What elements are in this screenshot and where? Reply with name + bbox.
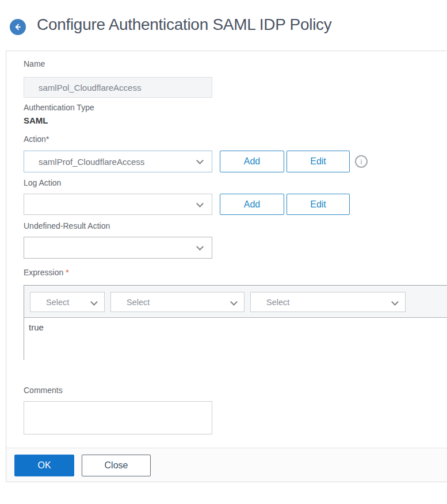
chevron-down-icon — [391, 298, 399, 306]
name-input[interactable] — [24, 77, 212, 98]
action-label: Action* — [24, 134, 49, 144]
authentication-type-label: Authentication Type — [24, 103, 94, 112]
expression-label: Expression* — [24, 268, 69, 277]
back-button[interactable] — [10, 19, 26, 35]
expression-input[interactable]: true — [24, 318, 447, 360]
required-asterisk: * — [66, 268, 68, 277]
page-title: Configure Authentication SAML IDP Policy — [37, 16, 332, 34]
log-action-edit-button[interactable]: Edit — [286, 194, 350, 215]
close-button[interactable]: Close — [82, 455, 151, 476]
name-label: Name — [24, 59, 45, 68]
form-panel: Name Authentication Type SAML Action* sa… — [6, 51, 447, 482]
action-select-value: samlProf_CloudflareAccess — [39, 157, 144, 167]
expression-editor: Select Select Select true — [24, 285, 447, 360]
chevron-down-icon — [196, 243, 204, 251]
comments-label: Comments — [24, 386, 63, 395]
expression-select-3[interactable]: Select — [250, 292, 406, 312]
chevron-down-icon — [196, 157, 204, 164]
chevron-down-icon — [196, 200, 204, 207]
expression-toolbar: Select Select Select — [24, 286, 447, 318]
log-action-select[interactable] — [24, 194, 212, 215]
log-action-label: Log Action — [24, 178, 61, 187]
configure-saml-idp-policy-page: Configure Authentication SAML IDP Policy… — [0, 0, 447, 504]
action-edit-button[interactable]: Edit — [286, 151, 350, 172]
action-add-button[interactable]: Add — [220, 151, 284, 172]
footer-bar: OK Close — [6, 448, 447, 482]
expression-select-1[interactable]: Select — [30, 292, 105, 312]
comments-input[interactable] — [24, 401, 212, 434]
authentication-type-value: SAML — [24, 116, 48, 125]
undefined-result-action-select[interactable] — [24, 237, 212, 259]
arrow-left-icon — [13, 22, 22, 32]
action-select[interactable]: samlProf_CloudflareAccess — [24, 151, 212, 172]
ok-button[interactable]: OK — [14, 455, 74, 476]
chevron-down-icon — [230, 298, 238, 306]
expression-select-2[interactable]: Select — [110, 292, 244, 312]
info-icon[interactable] — [355, 155, 368, 168]
chevron-down-icon — [90, 298, 98, 306]
undefined-result-action-label: Undefined-Result Action — [24, 221, 110, 230]
log-action-add-button[interactable]: Add — [220, 194, 284, 215]
